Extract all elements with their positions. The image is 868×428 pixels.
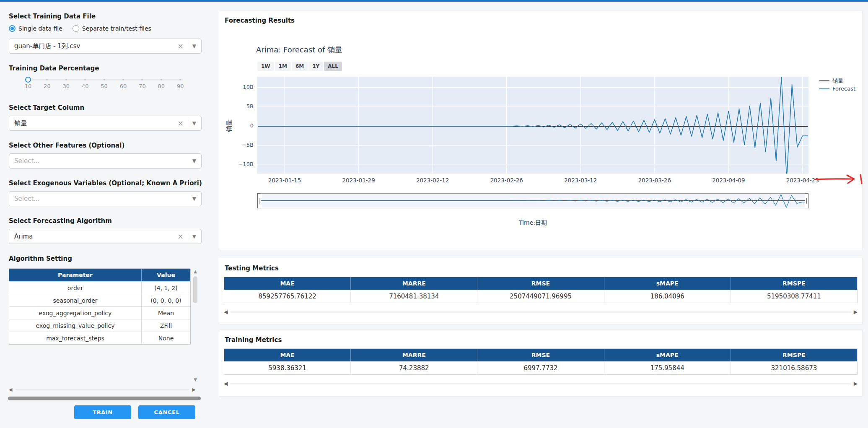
training-file-dropdown[interactable]: guan-单门店 - 1列.csv × ▼ [9,39,202,54]
scroll-right-icon[interactable]: ▶ [854,309,858,315]
scroll-left-icon[interactable]: ◀ [9,387,12,392]
target-column-value: 销量 [14,119,27,127]
slider-mark-dot[interactable] [161,79,162,80]
range-button-1w[interactable]: 1W [257,62,274,71]
horizontal-scroll-track[interactable] [16,389,189,390]
chart-legend: 销量Forecast [819,77,855,93]
metric-column-header: RMSPE [731,277,857,290]
other-features-dropdown[interactable]: Select... ▼ [9,153,202,169]
horizontal-scroll-track[interactable] [230,383,851,384]
legend-item-forecast[interactable]: Forecast [819,85,855,93]
radio-single-label: Single data file [18,25,62,32]
chevron-down-icon[interactable]: ▼ [192,233,196,239]
range-slider-left-handle[interactable] [257,193,261,208]
radio-separate-label: Separate train/test files [82,25,151,32]
exog-section-title: Select Exogenous Variables (Optional; Kn… [9,179,212,187]
file-section-title: Select Training Data File [9,13,212,20]
testing-metrics-scrollbar[interactable]: ◀ ▶ [224,309,858,315]
settings-col-value: Value [142,269,190,281]
scroll-right-icon[interactable]: ▶ [192,387,196,392]
radio-separate-files[interactable]: Separate train/test files [73,25,151,32]
range-button-1y[interactable]: 1Y [308,62,323,71]
metric-value: 175.95844 [604,362,731,374]
x-tick-label: 2023-01-29 [329,177,388,184]
settings-col-parameter: Parameter [9,269,142,281]
settings-table-row: order(4, 1, 2) [9,281,190,294]
chevron-down-icon[interactable]: ▼ [192,158,196,164]
metric-value: 74.23882 [351,362,477,374]
metric-value: 7160481.38134 [351,290,477,303]
horizontal-scroll-track[interactable] [230,311,851,313]
plot-area[interactable] [257,77,808,174]
training-percentage-slider[interactable]: 102030405060708090 [20,76,196,94]
clear-icon[interactable]: × [178,120,188,127]
training-metrics-scrollbar[interactable]: ◀ ▶ [224,380,858,387]
settings-horizontal-scrollbar[interactable]: ◀ ▶ [9,386,196,393]
slider-mark-label: 30 [63,83,70,89]
metrics-header-row: MAEMARRERMSEsMAPERMSPE [224,277,857,290]
slider-mark-label: 90 [177,83,184,89]
metric-column-header: MARRE [351,277,477,290]
slider-mark-label: 60 [120,83,127,89]
settings-parameter-cell: max_forecast_steps [9,332,142,344]
range-button-all[interactable]: ALL [324,62,342,71]
sidebar: Select Training Data File Single data fi… [0,2,212,428]
slider-mark-dot[interactable] [65,79,67,80]
clear-icon[interactable]: × [178,233,188,240]
slider-mark-dot[interactable] [46,79,48,80]
algorithm-dropdown[interactable]: Arima × ▼ [9,229,202,244]
forecasting-results-card: Forecasting Results Arima: Forecast of 销… [219,10,863,250]
settings-table-header: Parameter Value [9,269,190,281]
range-slider-chart-svg [258,194,808,208]
range-button-6m[interactable]: 6M [292,62,308,71]
settings-value-cell: None [142,332,190,344]
scroll-right-icon[interactable]: ▶ [854,381,858,386]
testing-metrics-title: Testing Metrics [225,265,279,272]
slider-mark-label: 50 [101,83,108,89]
sidebar-scrollbar-thumb[interactable] [8,397,201,400]
x-tick-label: 2023-03-26 [625,177,684,184]
target-column-dropdown[interactable]: 销量 × ▼ [9,116,202,131]
slider-handle[interactable] [25,77,31,83]
scroll-left-icon[interactable]: ◀ [224,309,228,315]
metric-value: 2507449071.96995 [477,290,604,303]
cancel-button[interactable]: CANCEL [138,405,195,419]
slider-mark-dot[interactable] [104,79,105,80]
legend-label: Forecast [832,86,855,92]
radio-unselected-icon[interactable] [73,25,79,32]
exog-variables-dropdown[interactable]: Select... ▼ [9,191,202,206]
vertical-scroll-thumb[interactable] [193,276,197,303]
range-button-1m[interactable]: 1M [275,62,291,71]
slider-mark-dot[interactable] [84,79,86,80]
other-features-placeholder: Select... [14,157,40,165]
scroll-left-icon[interactable]: ◀ [224,381,228,386]
forecast-chart-svg[interactable] [257,77,808,174]
chevron-down-icon[interactable]: ▼ [192,43,196,49]
training-metrics-card: Training Metrics MAEMARRERMSEsMAPERMSPE … [219,329,863,397]
clear-icon[interactable]: × [178,43,188,50]
scroll-down-icon[interactable]: ▼ [192,377,198,383]
train-button[interactable]: TRAIN [74,405,131,419]
x-tick-label: 2023-04-09 [699,177,758,184]
radio-single-data-file[interactable]: Single data file [9,25,62,32]
chevron-down-icon[interactable]: ▼ [192,120,196,126]
results-title: Forecasting Results [225,17,295,24]
radio-selected-icon[interactable] [9,25,16,32]
scroll-up-icon[interactable]: ▲ [192,269,198,275]
range-slider[interactable] [257,193,808,208]
chevron-down-icon[interactable]: ▼ [192,196,196,202]
metric-value: 321016.58673 [731,362,857,374]
slider-mark-dot[interactable] [179,79,181,80]
metrics-value-row: 5938.3632174.238826997.7732175.958443210… [224,361,857,374]
settings-vertical-scrollbar[interactable]: ▲ ▼ [192,269,198,383]
algorithm-section-title: Select Forecasting Algorithm [9,217,212,225]
slider-mark-dot[interactable] [141,79,143,80]
slider-mark-dot[interactable] [122,79,124,80]
metric-value: 186.04096 [604,290,731,303]
range-slider-right-handle[interactable] [805,193,808,208]
legend-item-actual[interactable]: 销量 [819,77,855,85]
metric-column-header: RMSE [477,349,604,361]
legend-line-swatch [819,88,829,89]
x-axis-title: Time:日期 [257,219,808,227]
metrics-header-row: MAEMARRERMSEsMAPERMSPE [224,349,857,361]
